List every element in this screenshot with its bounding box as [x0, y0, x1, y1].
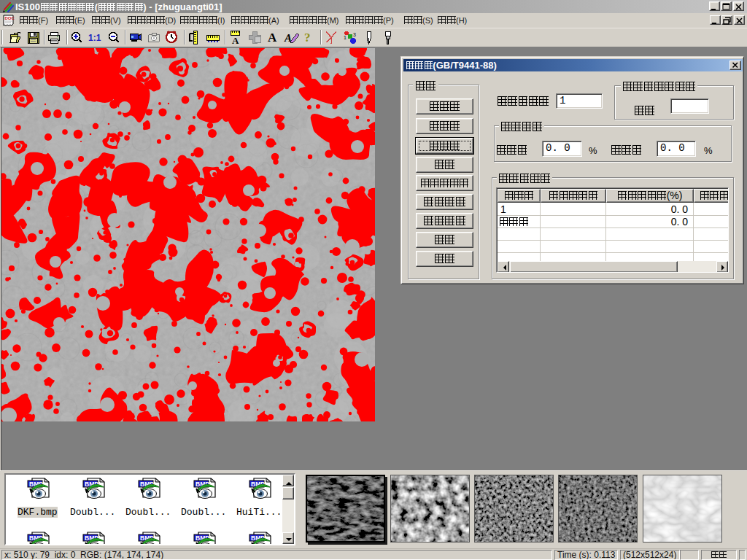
- svg-text:DOC: DOC: [5, 16, 15, 20]
- svg-text:?: ?: [304, 31, 311, 44]
- svg-text:A: A: [268, 31, 277, 44]
- svg-text:A: A: [232, 35, 239, 46]
- svg-text:3: 3: [353, 32, 356, 37]
- svg-text:1:1: 1:1: [88, 33, 101, 43]
- svg-text:1: 1: [344, 35, 347, 40]
